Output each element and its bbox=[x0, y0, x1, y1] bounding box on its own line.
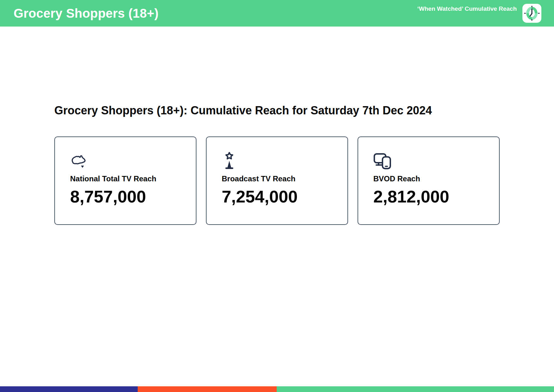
footer-blue-segment bbox=[0, 386, 138, 392]
broadcast-tower-glyph bbox=[222, 152, 237, 171]
card-bvod-reach: BVOD Reach 2,812,000 bbox=[358, 136, 500, 225]
australia-map-icon bbox=[70, 152, 183, 171]
card-national-total-tv-reach: National Total TV Reach 8,757,000 bbox=[54, 136, 196, 225]
kpi-cards-row: National Total TV Reach 8,757,000 Broadc… bbox=[54, 136, 554, 225]
footer-orange-segment bbox=[138, 386, 277, 392]
header-right-group: ‘When Watched’ Cumulative Reach bbox=[417, 4, 541, 23]
tv-and-phone-devices-icon bbox=[373, 152, 486, 171]
page-title: Grocery Shoppers (18+) bbox=[14, 6, 159, 21]
header-bar: Grocery Shoppers (18+) ‘When Watched’ Cu… bbox=[0, 0, 554, 27]
clock-logo-icon bbox=[522, 4, 541, 23]
card-value: 7,254,000 bbox=[222, 188, 335, 206]
card-value: 2,812,000 bbox=[373, 188, 486, 206]
tv-and-phone-devices-glyph bbox=[373, 152, 392, 171]
broadcast-tower-icon bbox=[222, 152, 335, 171]
card-label: Broadcast TV Reach bbox=[222, 174, 335, 183]
report-heading: Grocery Shoppers (18+): Cumulative Reach… bbox=[54, 104, 554, 117]
card-label: BVOD Reach bbox=[373, 174, 486, 183]
card-label: National Total TV Reach bbox=[70, 174, 183, 183]
header-subtitle: ‘When Watched’ Cumulative Reach bbox=[417, 5, 517, 12]
australia-map-glyph bbox=[70, 152, 88, 171]
clock-logo-glyph bbox=[523, 4, 541, 22]
footer-green-segment bbox=[277, 386, 554, 392]
main-content: Grocery Shoppers (18+): Cumulative Reach… bbox=[0, 27, 554, 225]
footer-color-bar bbox=[0, 386, 554, 392]
card-value: 8,757,000 bbox=[70, 188, 183, 206]
card-broadcast-tv-reach: Broadcast TV Reach 7,254,000 bbox=[206, 136, 348, 225]
